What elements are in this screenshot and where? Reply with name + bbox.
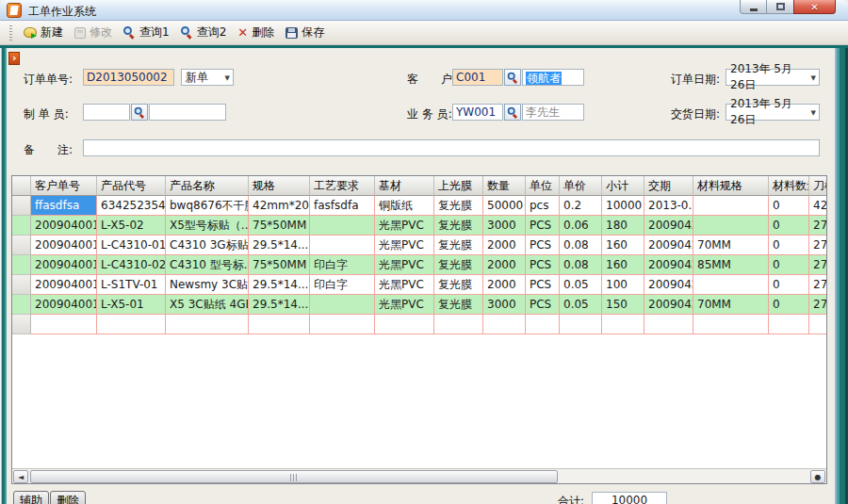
column-header[interactable]: 产品名称	[166, 176, 249, 196]
table-cell[interactable]: 180	[602, 216, 644, 236]
table-cell[interactable]: 复光膜	[434, 275, 483, 295]
table-cell[interactable]: L-X5-02	[97, 216, 166, 236]
order-no-input[interactable]	[83, 69, 174, 86]
table-cell[interactable]: 光黑PVC	[375, 275, 434, 295]
table-cell[interactable]: X5型号标贴（...	[166, 216, 249, 236]
customer-code-input[interactable]	[452, 69, 503, 86]
maker-name-input[interactable]	[149, 104, 226, 121]
table-cell[interactable]: 0	[769, 295, 809, 315]
table-cell[interactable]: 0.08	[560, 255, 602, 275]
table-cell[interactable]	[809, 315, 827, 334]
column-header[interactable]: 规格	[249, 176, 310, 196]
table-cell[interactable]: X5 3C贴纸 4GB	[166, 295, 249, 315]
table-cell[interactable]: 75*50MM	[249, 216, 310, 236]
toolbar-grip[interactable]	[9, 25, 12, 41]
table-cell[interactable]: 160	[602, 255, 644, 275]
table-cell[interactable]: 100	[602, 275, 644, 295]
table-cell[interactable]: 2000	[483, 255, 526, 275]
new-button[interactable]: 新建	[19, 23, 70, 42]
table-cell[interactable]: 160	[602, 236, 644, 255]
column-header[interactable]: 上光膜	[434, 176, 483, 196]
table-cell[interactable]: L-C4310-02	[97, 255, 166, 275]
table-cell[interactable]: 0.05	[560, 295, 602, 315]
maker-code-input[interactable]	[83, 104, 130, 121]
maximize-button[interactable]	[767, 0, 793, 14]
delivery-date-picker[interactable]: 2013年 5月26日	[726, 104, 820, 121]
column-header[interactable]: 单价	[560, 176, 602, 196]
table-cell[interactable]: 2000	[483, 236, 526, 255]
table-cell[interactable]: 20090400153	[31, 295, 97, 315]
minimize-button[interactable]	[740, 0, 767, 14]
table-cell[interactable]: 274	[809, 255, 827, 275]
table-cell[interactable]	[434, 315, 483, 334]
table-cell[interactable]: 20090424	[644, 275, 693, 295]
table-cell[interactable]: PCS	[526, 236, 560, 255]
column-header[interactable]: 刀模	[809, 176, 827, 196]
table-cell[interactable]: 0.06	[560, 216, 602, 236]
table-cell[interactable]: 6342523546	[97, 196, 166, 216]
table-cell[interactable]: 0.08	[560, 236, 602, 255]
column-header[interactable]: 小计	[602, 176, 644, 196]
table-cell[interactable]	[31, 315, 97, 334]
row-header-cell[interactable]	[12, 216, 31, 236]
row-header-cell[interactable]	[12, 315, 31, 334]
row-header-cell[interactable]	[12, 255, 31, 275]
scroll-left-button[interactable]: ◄	[13, 470, 28, 483]
table-cell[interactable]: 3000	[483, 295, 526, 315]
table-cell[interactable]: 423	[809, 196, 827, 216]
table-cell[interactable]	[769, 315, 809, 334]
table-cell[interactable]: bwq8676不干胶	[166, 196, 249, 216]
order-date-picker[interactable]: 2013年 5月26日	[726, 69, 820, 86]
table-cell[interactable]: 70MM	[693, 295, 769, 315]
table-cell[interactable]	[310, 295, 375, 315]
table-cell[interactable]	[693, 196, 769, 216]
table-cell[interactable]: 20090400153	[31, 236, 97, 255]
table-cell[interactable]: 20090424	[644, 236, 693, 255]
grid-corner-cell[interactable]	[12, 176, 31, 196]
table-cell[interactable]: L-C4310-01	[97, 236, 166, 255]
table-cell[interactable]	[644, 315, 693, 334]
table-cell[interactable]	[693, 275, 769, 295]
column-header[interactable]: 材料规格	[693, 176, 769, 196]
table-cell[interactable]	[375, 315, 434, 334]
table-cell[interactable]: L-X5-01	[97, 295, 166, 315]
table-cell[interactable]: 光黑PVC	[375, 216, 434, 236]
close-button[interactable]: ✕	[793, 0, 836, 14]
table-cell[interactable]: 2013-0...	[644, 196, 693, 216]
column-header[interactable]: 工艺要求	[310, 176, 375, 196]
table-cell[interactable]: 75*50MM	[249, 255, 310, 275]
table-cell[interactable]: 29.5*14...	[249, 275, 310, 295]
table-cell[interactable]: PCS	[526, 295, 560, 315]
table-cell[interactable]	[97, 315, 166, 334]
table-cell[interactable]: 0	[769, 275, 809, 295]
table-cell[interactable]: 0	[769, 255, 809, 275]
table-cell[interactable]: fasfsdfa	[310, 196, 375, 216]
table-cell[interactable]: 复光膜	[434, 196, 483, 216]
table-cell[interactable]: 274	[809, 275, 827, 295]
collapse-panel-button[interactable]	[8, 52, 20, 65]
table-cell[interactable]: 70MM	[693, 236, 769, 255]
column-header[interactable]: 数量	[483, 176, 526, 196]
table-cell[interactable]: 150	[602, 295, 644, 315]
table-cell[interactable]: 274	[809, 295, 827, 315]
table-cell[interactable]: C4310 3G标贴	[166, 236, 249, 255]
row-header-cell[interactable]	[12, 236, 31, 255]
row-delete-button[interactable]: 删除	[50, 491, 86, 504]
query2-button[interactable]: 查询2	[176, 23, 234, 42]
table-cell[interactable]: 复光膜	[434, 255, 483, 275]
table-cell[interactable]: L-S1TV-01	[97, 275, 166, 295]
row-header-cell[interactable]	[12, 275, 31, 295]
table-cell[interactable]	[693, 315, 769, 334]
maker-lookup-button[interactable]	[131, 104, 148, 121]
table-cell[interactable]: Newsmy 3C贴...	[166, 275, 249, 295]
column-header[interactable]: 基材	[375, 176, 434, 196]
table-cell[interactable]: 复光膜	[434, 295, 483, 315]
table-cell[interactable]: 85MM	[693, 255, 769, 275]
scroll-right-button[interactable]: ●	[810, 470, 825, 483]
column-header[interactable]: 材料数量	[769, 176, 809, 196]
table-cell[interactable]: 0	[769, 196, 809, 216]
table-cell[interactable]: 印白字	[310, 255, 375, 275]
table-cell[interactable]: C4310 型号标...	[166, 255, 249, 275]
table-cell[interactable]: 10000	[602, 196, 644, 216]
table-cell[interactable]: 20090400153	[31, 216, 97, 236]
